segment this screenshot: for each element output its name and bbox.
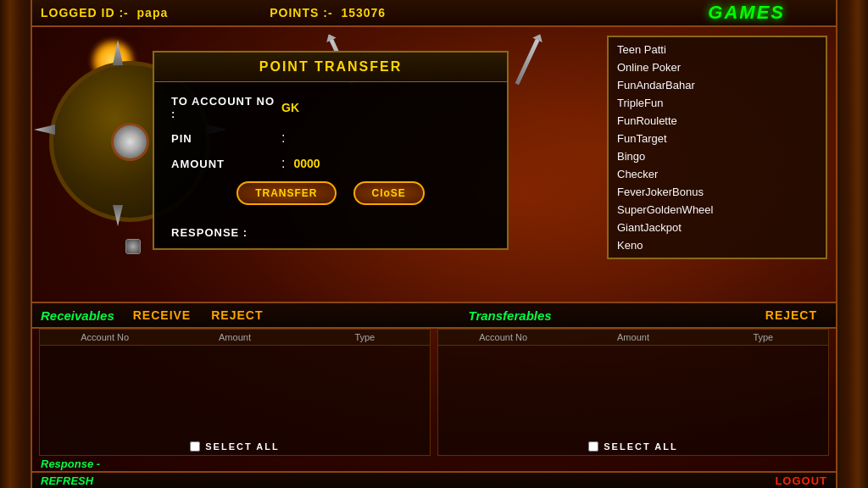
modal-row-amount: AMOUNT : (171, 156, 490, 171)
receivables-label: Receivables (41, 308, 114, 323)
game-list-item[interactable]: GiantJackpot (609, 219, 826, 236)
receivables-table-header: Account No Amount Type (40, 330, 430, 346)
transferables-select-all-checkbox[interactable] (588, 441, 598, 452)
modal-title: POINT TRANSFER (154, 53, 507, 82)
transferables-label: Transferables (469, 308, 552, 323)
to-account-value: GK (281, 101, 299, 114)
game-list-item[interactable]: Checker (609, 165, 826, 183)
game-list-item[interactable]: Teen Patti (609, 41, 826, 58)
reject-transferables-button[interactable]: REJECT (765, 308, 817, 322)
transfer-button[interactable]: TRANSFER (236, 181, 336, 205)
username-value: papa (137, 6, 169, 19)
action-bar: Receivables RECEIVE REJECT Transferables… (32, 302, 836, 329)
receivables-select-all-label: SELECT ALL (205, 441, 279, 452)
modal-row-account: TO ACCOUNT NO : GK (171, 95, 490, 120)
bottom-gem (125, 239, 141, 254)
modal-row-pin: PIN : (171, 130, 490, 146)
transferables-col-account: Account No (438, 330, 568, 345)
tables-area: Account No Amount Type SELECT ALL Accoun… (32, 329, 836, 456)
points-value: 153076 (341, 6, 386, 19)
close-button[interactable]: CloSE (353, 181, 425, 205)
bottom-action-bar: REFRESH LOGOUT (32, 471, 836, 488)
transferables-col-type: Type (698, 330, 828, 345)
receivables-select-all-checkbox[interactable] (190, 441, 200, 452)
receive-button[interactable]: RECEIVE (133, 308, 191, 322)
logged-id-label: LOGGED ID :- (41, 6, 129, 19)
wood-border-left (0, 0, 32, 488)
amount-input[interactable] (293, 157, 378, 170)
shield-eye (111, 123, 149, 161)
pin-colon: : (281, 130, 285, 146)
games-title: GAMES (708, 2, 785, 24)
game-list-item[interactable]: FeverJokerBonus (609, 183, 826, 201)
transferables-table-body (438, 346, 828, 438)
to-account-label: TO ACCOUNT NO : (171, 95, 281, 120)
transferables-select-all-label: SELECT ALL (604, 441, 677, 452)
points-label: POINTS :- (270, 6, 332, 19)
game-list-item[interactable]: Online Poker (609, 58, 826, 76)
game-list-item[interactable]: FunRoulette (609, 112, 826, 130)
game-list-item[interactable]: SuperGoldenWheel (609, 201, 826, 219)
game-list-item[interactable]: Bingo (609, 147, 826, 165)
point-transfer-modal: POINT TRANSFER TO ACCOUNT NO : GK PIN : … (153, 51, 509, 250)
response-status-bar: Response - (41, 456, 827, 471)
pin-label: PIN (171, 132, 281, 145)
receivables-col-amount: Amount (170, 330, 299, 345)
sword-decoration-right (517, 36, 530, 86)
game-list-item[interactable]: TripleFun (609, 94, 826, 112)
game-list[interactable]: Teen PattiOnline PokerFunAndarBaharTripl… (609, 37, 826, 258)
amount-colon: : (281, 156, 285, 171)
game-list-item[interactable]: Nohold (609, 254, 826, 258)
top-bar: LOGGED ID :- papa POINTS :- 153076 GAMES (32, 0, 836, 27)
transferables-col-amount: Amount (568, 330, 698, 345)
amount-label: AMOUNT (171, 158, 281, 170)
logout-button[interactable]: LOGOUT (775, 474, 827, 487)
modal-response-area: RESPONSE : (154, 225, 507, 240)
transferables-table: Account No Amount Type SELECT ALL (437, 329, 829, 456)
receivables-select-all-row: SELECT ALL (40, 438, 430, 455)
reject-receivables-button[interactable]: REJECT (211, 308, 263, 322)
wood-border-right (836, 0, 868, 488)
game-list-panel: Teen PattiOnline PokerFunAndarBaharTripl… (607, 36, 827, 259)
points-display: POINTS :- 153076 (270, 6, 386, 19)
pin-input[interactable] (293, 131, 378, 145)
receivables-col-type: Type (300, 330, 430, 345)
response-label: RESPONSE : (171, 226, 248, 239)
game-list-item[interactable]: FunTarget (609, 130, 826, 147)
transferables-select-all-row: SELECT ALL (438, 438, 828, 455)
logged-id-display: LOGGED ID :- papa (41, 6, 168, 19)
modal-body: TO ACCOUNT NO : GK PIN : AMOUNT : TRANSF… (154, 82, 507, 218)
game-list-item[interactable]: FunAndarBahar (609, 76, 826, 94)
transferables-table-header: Account No Amount Type (438, 330, 828, 346)
modal-buttons: TRANSFER CloSE (171, 181, 490, 205)
receivables-table: Account No Amount Type SELECT ALL (39, 329, 431, 456)
receivables-col-account: Account No (40, 330, 170, 345)
receivables-table-body (40, 346, 430, 438)
refresh-button[interactable]: REFRESH (41, 474, 93, 487)
response-status-label: Response - (41, 458, 100, 470)
game-list-item[interactable]: Keno (609, 236, 826, 254)
